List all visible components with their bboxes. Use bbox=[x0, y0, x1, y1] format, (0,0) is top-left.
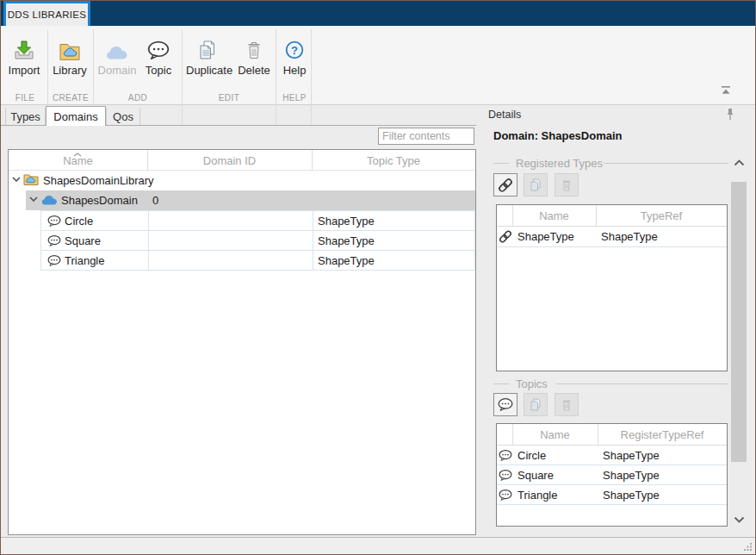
scrollbar-thumb[interactable] bbox=[731, 182, 747, 462]
domain-button: Domain bbox=[96, 31, 139, 88]
help-icon: ? bbox=[273, 31, 316, 60]
topic-button[interactable]: Topic bbox=[137, 31, 180, 88]
tab-domains[interactable]: Domains bbox=[46, 106, 106, 126]
scroll-up-icon[interactable] bbox=[734, 159, 745, 166]
domain-id-value: 0 bbox=[152, 190, 158, 210]
group-label-create: CREATE bbox=[48, 93, 93, 103]
expander-down-icon[interactable] bbox=[29, 196, 38, 202]
collapse-toolstrip-button[interactable] bbox=[719, 85, 734, 97]
trash-icon bbox=[560, 178, 573, 191]
import-icon bbox=[3, 31, 46, 60]
tree-row-topic-circle[interactable]: Circle ShapeType bbox=[41, 211, 474, 231]
toolstrip: Import Library Domain bbox=[1, 26, 756, 105]
filter-input[interactable] bbox=[378, 128, 474, 145]
domains-tree-panel: Name Domain ID Topic Type ShapesDomainLi… bbox=[8, 149, 476, 535]
link-icon bbox=[498, 178, 513, 192]
topic-bubble-icon bbox=[47, 235, 61, 246]
topics-table: Name RegisterTypeRef Circle ShapeType Sq… bbox=[496, 423, 728, 527]
tree-row-topic-square[interactable]: Square ShapeType bbox=[41, 231, 474, 251]
rt-column-name[interactable]: Name bbox=[512, 209, 596, 224]
rt-column-typeref[interactable]: TypeRef bbox=[596, 209, 727, 224]
registered-types-table: Name TypeRef ShapeType ShapeType bbox=[496, 204, 728, 371]
tab-dds-libraries[interactable]: DDS LIBRARIES bbox=[3, 1, 90, 26]
details-panel-title: Details bbox=[488, 109, 521, 121]
expander-down-icon[interactable] bbox=[12, 177, 21, 182]
tab-qos[interactable]: Qos bbox=[106, 108, 140, 125]
status-bar bbox=[1, 537, 756, 555]
registered-types-group-label: Registered Types bbox=[516, 157, 603, 170]
domain-cloud-icon bbox=[96, 31, 139, 60]
topics-group-label: Topics bbox=[516, 377, 548, 390]
topic-bubble-icon bbox=[499, 470, 512, 481]
library-button[interactable]: Library bbox=[48, 31, 91, 88]
topic-type-value: ShapeType bbox=[318, 231, 375, 251]
add-topic-button[interactable] bbox=[493, 393, 517, 416]
duplicate-icon bbox=[186, 31, 229, 60]
link-icon bbox=[499, 230, 512, 243]
delete-topic-button bbox=[555, 393, 579, 416]
copy-icon bbox=[529, 398, 542, 411]
library-folder-icon bbox=[23, 173, 39, 185]
duplicate-topic-button bbox=[524, 393, 548, 416]
column-header-topic-type[interactable]: Topic Type bbox=[312, 153, 475, 169]
tree-row-topic-triangle[interactable]: Triangle ShapeType bbox=[41, 251, 474, 271]
duplicate-button[interactable]: Duplicate bbox=[186, 31, 229, 88]
group-label-edit: EDIT bbox=[183, 93, 276, 103]
group-label-file: FILE bbox=[3, 93, 47, 103]
topic-row-square[interactable]: Square ShapeType bbox=[497, 465, 727, 485]
tree-table-header: Name Domain ID Topic Type bbox=[9, 150, 475, 171]
delete-button[interactable]: Delete bbox=[232, 31, 276, 88]
group-label-help: HELP bbox=[276, 93, 313, 103]
topic-type-value: ShapeType bbox=[318, 251, 375, 271]
registered-type-row[interactable]: ShapeType ShapeType bbox=[497, 227, 727, 247]
topic-rows: Circle ShapeType Square ShapeType Tr bbox=[40, 210, 475, 271]
topic-row-triangle[interactable]: Triangle ShapeType bbox=[497, 485, 727, 505]
topic-bubble-icon bbox=[47, 255, 61, 266]
pin-icon[interactable] bbox=[725, 108, 735, 121]
help-button[interactable]: ? Help bbox=[273, 31, 316, 88]
trash-icon bbox=[560, 398, 573, 411]
tab-dds-libraries-label: DDS LIBRARIES bbox=[8, 9, 86, 20]
column-header-name[interactable]: Name bbox=[9, 153, 147, 169]
topic-bubble-icon bbox=[137, 31, 180, 60]
resize-grip[interactable] bbox=[743, 542, 753, 552]
scroll-down-icon[interactable] bbox=[734, 516, 745, 523]
copy-icon bbox=[529, 178, 542, 191]
group-separator bbox=[182, 29, 183, 126]
toolstrip-tab-bar bbox=[1, 1, 756, 26]
delete-registered-type-button bbox=[555, 173, 579, 196]
column-header-domain-id[interactable]: Domain ID bbox=[147, 153, 312, 169]
topic-type-value: ShapeType bbox=[318, 211, 375, 231]
svg-text:?: ? bbox=[291, 44, 298, 57]
dds-dictionary-window: DDS LIBRARIES Import bbox=[0, 0, 756, 555]
delete-trash-icon bbox=[232, 31, 276, 60]
topic-bubble-icon bbox=[498, 398, 513, 411]
details-heading: Domain: ShapesDomain bbox=[493, 129, 623, 142]
topic-bubble-icon bbox=[499, 450, 512, 461]
import-button[interactable]: Import bbox=[3, 31, 46, 88]
tab-types[interactable]: Types bbox=[5, 108, 46, 125]
library-folder-icon bbox=[48, 31, 91, 60]
topics-column-registertyperef[interactable]: RegisterTypeRef bbox=[598, 427, 727, 443]
register-type-button[interactable] bbox=[493, 173, 517, 196]
topics-column-name[interactable]: Name bbox=[512, 427, 598, 443]
topic-bubble-icon bbox=[47, 215, 61, 227]
topic-bubble-icon bbox=[499, 490, 512, 501]
duplicate-registered-type-button bbox=[524, 173, 548, 196]
topic-row-circle[interactable]: Circle ShapeType bbox=[497, 446, 727, 465]
group-label-add: ADD bbox=[94, 93, 182, 103]
domain-cloud-icon bbox=[41, 194, 58, 206]
